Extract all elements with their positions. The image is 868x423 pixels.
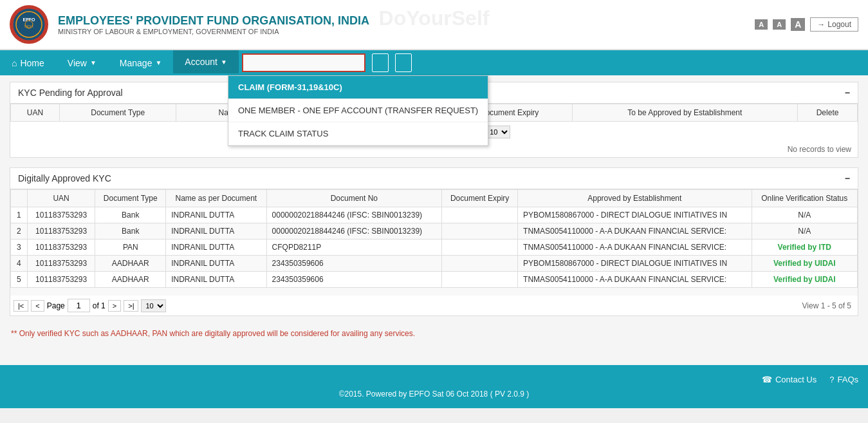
cell-uan: 101183753293	[27, 240, 95, 256]
contact-us-link[interactable]: ☎ Contact Us	[762, 375, 817, 384]
kyc-approved-panel: Digitally Approved KYC − UAN Document Ty…	[10, 167, 858, 316]
ministry-name: MINISTRY OF LABOUR & EMPLOYMENT, GOVERNM…	[58, 28, 755, 35]
kyc-approved-pagination: |< < Page of 1 > >| 10 25 50	[10, 296, 169, 315]
nav-search-area	[239, 50, 369, 75]
nav-account[interactable]: Account ▼	[173, 50, 239, 73]
col-approved-by2: Approved by Establishment	[518, 190, 752, 207]
nav-view[interactable]: View ▼	[56, 50, 108, 75]
cell-name: INDRANIL DUTTA	[166, 256, 266, 272]
cell-approved-by: TNMAS0054110000 - A-A DUKAAN FINANCIAL S…	[518, 223, 752, 240]
cell-name: INDRANIL DUTTA	[166, 240, 266, 256]
cell-doc-expiry	[442, 223, 518, 240]
org-title: EMPLOYEES' PROVIDENT FUND ORGANISATION, …	[58, 14, 755, 35]
cell-doc-expiry	[442, 256, 518, 272]
font-large-btn[interactable]: A	[791, 18, 805, 31]
dropdown-item-transfer[interactable]: ONE MEMBER - ONE EPF ACCOUNT (TRANSFER R…	[228, 99, 488, 122]
cell-doc-expiry	[442, 240, 518, 256]
page2-first-btn[interactable]: |<	[14, 300, 28, 312]
page2-last-btn[interactable]: >|	[124, 300, 138, 312]
cell-status: N/A	[752, 207, 857, 223]
nav-account-dropdown[interactable]: Account ▼	[173, 50, 239, 75]
page-footer: ☎ Contact Us ? FAQs ©2015. Powered by EP…	[0, 365, 868, 408]
logout-button[interactable]: → Logout	[810, 17, 858, 32]
cell-doc-type: AADHAAR	[95, 256, 166, 272]
footer-links: ☎ Contact Us ? FAQs	[10, 375, 858, 384]
question-icon: ?	[829, 375, 834, 384]
cell-name: INDRANIL DUTTA	[166, 272, 266, 288]
faqs-link[interactable]: ? FAQs	[829, 375, 858, 384]
table-row: 1 101183753293 Bank INDRANIL DUTTA 00000…	[11, 207, 858, 223]
col-num	[11, 190, 28, 207]
cell-doc-no: 234350359606	[266, 256, 442, 272]
page2-prev-btn[interactable]: <	[31, 300, 44, 312]
table-row: 5 101183753293 AADHAAR INDRANIL DUTTA 23…	[11, 272, 858, 288]
svg-text:EPFO: EPFO	[23, 17, 35, 22]
cell-num: 4	[11, 256, 28, 272]
footer-note: ** Only verified KYC such as AADHAAR, PA…	[10, 326, 858, 341]
col-verification-status: Online Verification Status	[752, 190, 857, 207]
col-approved-by: To be Approved by Establishment	[572, 104, 798, 122]
faqs-label: FAQs	[837, 375, 858, 384]
cell-doc-type: Bank	[95, 223, 166, 240]
footer-copyright: ©2015. Powered by EPFO Sat 06 Oct 2018 (…	[10, 390, 858, 399]
logout-icon: →	[817, 20, 825, 29]
dropdown-track-label: TRACK CLAIM STATUS	[238, 129, 328, 138]
nav-home[interactable]: ⌂ Home	[0, 50, 56, 75]
cell-doc-type: Bank	[95, 207, 166, 223]
cell-doc-no: 00000020218844246 (IFSC: SBIN0013239)	[266, 207, 442, 223]
view-count: View 1 - 5 of 5	[796, 299, 858, 312]
nav-btn-1[interactable]	[372, 53, 389, 72]
page2-label: Page	[47, 301, 65, 310]
dropdown-claim-label: CLAIM (FORM-31,19&10C)	[238, 82, 342, 92]
font-small-btn[interactable]: A	[755, 19, 768, 30]
per-page2-select[interactable]: 10 25 50	[141, 299, 166, 312]
horizontal-scrollbar[interactable]	[10, 288, 858, 296]
cell-doc-expiry	[442, 207, 518, 223]
cell-doc-no: 234350359606	[266, 272, 442, 288]
kyc-approved-header: Digitally Approved KYC −	[10, 168, 858, 189]
cell-doc-type: PAN	[95, 240, 166, 256]
cell-name: INDRANIL DUTTA	[166, 207, 266, 223]
page2-next-btn[interactable]: >	[108, 300, 121, 312]
kyc-approved-collapse-btn[interactable]: −	[845, 173, 850, 183]
kyc-approved-body: 1 101183753293 Bank INDRANIL DUTTA 00000…	[11, 207, 858, 288]
nav-search-input[interactable]	[242, 53, 365, 72]
cell-name: INDRANIL DUTTA	[166, 223, 266, 240]
navigation: ⌂ Home View ▼ Manage ▼ Account ▼	[0, 50, 868, 75]
cell-num: 2	[11, 223, 28, 240]
kyc-approved-table: UAN Document Type Name as per Document D…	[10, 189, 858, 288]
font-medium-btn[interactable]: A	[773, 19, 786, 30]
per-page-select[interactable]: 10 25 50	[485, 126, 510, 138]
col-name2: Name as per Document	[166, 190, 266, 207]
cell-uan: 101183753293	[27, 223, 95, 240]
nav-view-label: View	[68, 58, 87, 68]
dropdown-item-claim[interactable]: CLAIM (FORM-31,19&10C)	[228, 76, 488, 99]
cell-num: 1	[11, 207, 28, 223]
account-dropdown-menu: CLAIM (FORM-31,19&10C) ONE MEMBER - ONE …	[228, 75, 488, 146]
cell-status: Verified by UIDAI	[752, 272, 857, 288]
col-doc-type: Document Type	[60, 104, 176, 122]
kyc-pending-collapse-btn[interactable]: −	[845, 88, 850, 98]
of2-label: of 1	[93, 301, 106, 310]
nav-manage[interactable]: Manage ▼	[108, 50, 174, 75]
col-doc-expiry2: Document Expiry	[442, 190, 518, 207]
view-arrow-icon: ▼	[90, 59, 97, 66]
kyc-approved-title: Digitally Approved KYC	[18, 173, 111, 183]
col-uan2: UAN	[27, 190, 95, 207]
account-arrow-icon: ▼	[221, 59, 227, 66]
dropdown-item-track[interactable]: TRACK CLAIM STATUS	[228, 122, 488, 146]
cell-approved-by: TNMAS0054110000 - A-A DUKAAN FINANCIAL S…	[518, 240, 752, 256]
cell-doc-expiry	[442, 272, 518, 288]
logo: EPFO INDIA	[10, 5, 48, 44]
cell-approved-by: PYBOM1580867000 - DIRECT DIALOGUE INITIA…	[518, 207, 752, 223]
logo-image: EPFO INDIA	[10, 5, 48, 44]
cell-doc-no: CFQPD8211P	[266, 240, 442, 256]
col-doc-no2: Document No	[266, 190, 442, 207]
home-icon: ⌂	[12, 58, 17, 68]
nav-btn-2[interactable]	[395, 53, 412, 72]
cell-uan: 101183753293	[27, 207, 95, 223]
cell-num: 3	[11, 240, 28, 256]
cell-approved-by: PYBOM1580867000 - DIRECT DIALOGUE INITIA…	[518, 256, 752, 272]
page2-input[interactable]	[68, 299, 90, 312]
cell-status: Verified by ITD	[752, 240, 857, 256]
